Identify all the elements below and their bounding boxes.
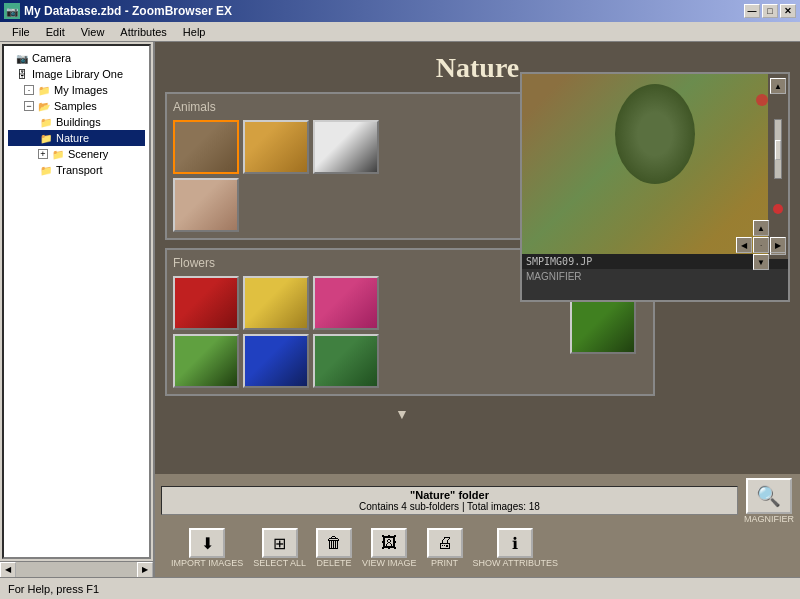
tree-item-nature[interactable]: 📁 Nature [8, 130, 145, 146]
main-layout: 📷 Camera 🗄 Image Library One · 📁 My Imag… [0, 42, 800, 577]
toolbar: ⬇ IMPORT IMAGES ⊞ SELECT ALL 🗑 DELETE 🖼 … [161, 524, 794, 573]
status-bar-text: For Help, press F1 [8, 583, 99, 595]
mag-up-arrow[interactable]: ▲ [770, 78, 786, 94]
folder-icon-nature: 📁 [38, 131, 54, 145]
scroll-down-arrow[interactable]: ▼ [395, 404, 409, 424]
thumb-bear[interactable] [173, 120, 239, 174]
tree-view[interactable]: 📷 Camera 🗄 Image Library One · 📁 My Imag… [2, 44, 151, 559]
tree-item-camera[interactable]: 📷 Camera [8, 50, 145, 66]
select-all-button[interactable]: ⊞ SELECT ALL [253, 528, 306, 569]
menu-bar: File Edit View Attributes Help [0, 22, 800, 42]
delete-icon: 🗑 [316, 528, 352, 558]
status-line2: Contains 4 sub-folders | Total images: 1… [168, 501, 731, 512]
show-attributes-label: SHOW ATTRIBUTES [473, 559, 558, 569]
window-controls: — □ ✕ [744, 4, 796, 18]
expand-my-images[interactable]: · [24, 85, 34, 95]
import-images-button[interactable]: ⬇ IMPORT IMAGES [171, 528, 243, 569]
scroll-left-arrow[interactable]: ◀ [0, 562, 16, 578]
thumb-pink-flower[interactable] [313, 276, 379, 330]
delete-button[interactable]: 🗑 DELETE [316, 528, 352, 569]
left-panel: 📷 Camera 🗄 Image Library One · 📁 My Imag… [0, 42, 155, 577]
folder-icon-transport: 📁 [38, 163, 54, 177]
expand-samples[interactable]: − [24, 101, 34, 111]
maximize-button[interactable]: □ [762, 4, 778, 18]
close-button[interactable]: ✕ [780, 4, 796, 18]
status-bar: For Help, press F1 [0, 577, 800, 599]
right-thumb-plant[interactable] [570, 300, 636, 354]
folder-icon-scenery: 📁 [50, 147, 66, 161]
content-area: Nature Animals Flowers [155, 42, 800, 474]
print-button[interactable]: 🖨 PRINT [427, 528, 463, 569]
mag-nav-down[interactable]: ▼ [753, 254, 769, 270]
expand-scenery[interactable]: + [38, 149, 48, 159]
status-area: "Nature" folder Contains 4 sub-folders |… [161, 486, 738, 517]
menu-edit[interactable]: Edit [38, 24, 73, 40]
menu-attributes[interactable]: Attributes [112, 24, 174, 40]
scroll-track[interactable] [16, 562, 137, 577]
mag-nav-left[interactable]: ◀ [736, 237, 752, 253]
view-image-icon: 🖼 [371, 528, 407, 558]
tree-item-transport[interactable]: 📁 Transport [8, 162, 145, 178]
thumb-giraffe[interactable] [243, 120, 309, 174]
magnifier-overlay: ✕ SMPIMG09.JP MAGNIFIER ▲ [520, 72, 790, 302]
camera-icon: 📷 [14, 51, 30, 65]
turtle-shape [615, 84, 695, 184]
folder-icon-buildings: 📁 [38, 115, 54, 129]
library-icon: 🗄 [14, 67, 30, 81]
tree-item-samples[interactable]: − 📂 Samples [8, 98, 145, 114]
magnifier-btn-label: MAGNIFIER [744, 514, 794, 524]
tree-item-my-images[interactable]: · 📁 My Images [8, 82, 145, 98]
mag-nav-up[interactable]: ▲ [753, 220, 769, 236]
mag-slider-thumb[interactable] [775, 140, 781, 160]
thumb-cow[interactable] [313, 120, 379, 174]
select-all-icon: ⊞ [262, 528, 298, 558]
folder-icon-samples: 📂 [36, 99, 52, 113]
delete-label: DELETE [317, 559, 352, 569]
mag-nav-right[interactable]: ▶ [770, 237, 786, 253]
mag-nav: ▲ ◀ · ▶ ▼ [736, 220, 786, 270]
menu-help[interactable]: Help [175, 24, 214, 40]
status-line1: "Nature" folder [168, 489, 731, 501]
tree-item-buildings[interactable]: 📁 Buildings [8, 114, 145, 130]
status-info: "Nature" folder Contains 4 sub-folders |… [161, 486, 738, 515]
thumb-multi-flower[interactable] [173, 334, 239, 388]
window-title: My Database.zbd - ZoomBrowser EX [24, 4, 232, 18]
mag-red-dot [773, 204, 783, 214]
folder-icon-my-images: 📁 [36, 83, 52, 97]
menu-file[interactable]: File [4, 24, 38, 40]
app-icon: 📷 [4, 3, 20, 19]
menu-view[interactable]: View [73, 24, 113, 40]
show-attributes-button[interactable]: ℹ SHOW ATTRIBUTES [473, 528, 558, 569]
magnifier-toggle-button[interactable]: 🔍 [746, 478, 792, 514]
view-image-button[interactable]: 🖼 VIEW IMAGE [362, 528, 417, 569]
mag-slider-track[interactable] [774, 119, 782, 179]
thumb-green-plant[interactable] [313, 334, 379, 388]
left-scrollbar: ◀ ▶ [0, 561, 153, 577]
scroll-right-arrow[interactable]: ▶ [137, 562, 153, 578]
bottom-area: "Nature" folder Contains 4 sub-folders |… [155, 474, 800, 577]
import-label: IMPORT IMAGES [171, 559, 243, 569]
minimize-button[interactable]: — [744, 4, 760, 18]
magnifier-btn-container: 🔍 MAGNIFIER [744, 478, 794, 524]
thumb-pig[interactable] [173, 178, 239, 232]
right-panel: Nature Animals Flowers [155, 42, 800, 577]
tree-item-library[interactable]: 🗄 Image Library One [8, 66, 145, 82]
thumb-rose[interactable] [173, 276, 239, 330]
import-icon: ⬇ [189, 528, 225, 558]
show-attributes-icon: ℹ [497, 528, 533, 558]
view-image-label: VIEW IMAGE [362, 559, 417, 569]
print-label: PRINT [431, 559, 458, 569]
print-icon: 🖨 [427, 528, 463, 558]
title-bar: 📷 My Database.zbd - ZoomBrowser EX — □ ✕ [0, 0, 800, 22]
thumb-yellow-flower[interactable] [243, 276, 309, 330]
mag-nav-center[interactable]: · [753, 237, 769, 253]
tree-item-scenery[interactable]: + 📁 Scenery [8, 146, 145, 162]
thumb-blue-flower[interactable] [243, 334, 309, 388]
magnifier-label: MAGNIFIER [522, 269, 788, 284]
select-all-label: SELECT ALL [253, 559, 306, 569]
